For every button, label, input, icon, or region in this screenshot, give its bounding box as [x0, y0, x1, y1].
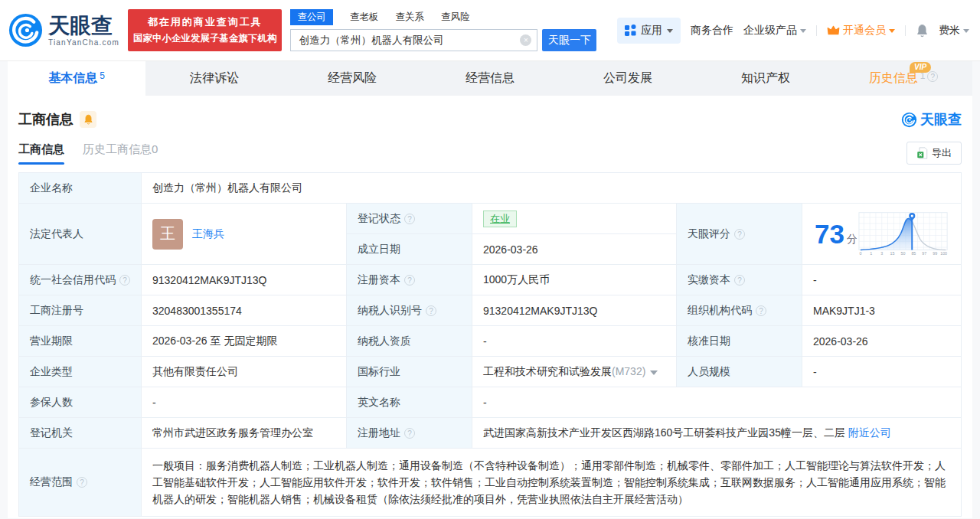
watermark-label: 天眼查	[920, 110, 962, 129]
chevron-down-icon	[800, 29, 806, 33]
promo-banner: 都在用的商业查询工具 国家中小企业发展子基金旗下机构	[128, 9, 282, 51]
help-icon[interactable]: ?	[734, 229, 745, 240]
subtabs: 工商信息 历史工商信息0 导出	[18, 141, 962, 165]
tab-company-development[interactable]: 公司发展	[559, 61, 697, 96]
score-label: 天眼评分?	[677, 204, 802, 265]
user-name: 费米	[939, 24, 960, 38]
tab-intellectual-property[interactable]: 知识产权	[697, 61, 835, 96]
export-button[interactable]: 导出	[906, 142, 962, 165]
business-term-label: 营业期限	[19, 326, 142, 357]
paid-capital-value: -	[802, 265, 962, 295]
tianyancha-logo[interactable]: 天眼查 TianYanCha.com	[8, 12, 119, 48]
uscc-value: 91320412MAK9JTJ13Q	[142, 265, 347, 295]
notification-bell-icon[interactable]	[916, 24, 929, 38]
menu-open-vip[interactable]: 开通会员	[827, 24, 895, 38]
svg-text:99: 99	[933, 251, 937, 256]
reg-capital-value: 1000万人民币	[472, 265, 677, 295]
table-row: 参保人数 - 英文名称 -	[19, 387, 962, 418]
svg-text:0: 0	[859, 251, 861, 256]
help-icon[interactable]: ?	[119, 275, 130, 286]
reg-authority-label: 登记机关	[19, 418, 142, 449]
legal-rep-link[interactable]: 王海兵	[192, 227, 224, 241]
help-icon[interactable]: ?	[734, 275, 745, 286]
tab-operation-risk[interactable]: 经营风险	[283, 61, 421, 96]
score-cell: 73分	[802, 204, 962, 265]
excel-icon	[916, 147, 928, 159]
tab-label: 知识产权	[741, 70, 790, 86]
subtab-history-business-info[interactable]: 历史工商信息0	[83, 142, 158, 165]
search-input[interactable]	[290, 29, 537, 51]
apps-label: 应用	[641, 24, 662, 38]
tab-history-info[interactable]: VIP 历史信息 1 ?	[835, 61, 972, 96]
reg-status-label: 登记状态?	[347, 204, 472, 234]
divider	[905, 25, 906, 36]
tianyancha-watermark: 天眼查	[901, 110, 962, 129]
search-tabs: 查公司 查老板 查关系 查风险	[290, 9, 596, 25]
apps-button[interactable]: 应用	[617, 18, 681, 44]
enterprise-label: 企业级产品	[743, 24, 797, 38]
search-tab-company[interactable]: 查公司	[290, 9, 333, 25]
table-row: 登记机关 常州市武进区政务服务管理办公室 注册地址? 武进国家高新技术产业开发区…	[19, 418, 962, 449]
subscribe-bell-icon[interactable]	[80, 111, 96, 128]
help-icon[interactable]: ?	[404, 428, 415, 439]
help-icon[interactable]: ?	[927, 71, 938, 82]
export-label: 导出	[932, 146, 952, 160]
tab-operation-info[interactable]: 经营信息	[421, 61, 559, 96]
top-header: 天眼查 TianYanCha.com 都在用的商业查询工具 国家中小企业发展子基…	[0, 0, 980, 61]
tab-basic-info[interactable]: 基本信息5	[8, 61, 145, 96]
tab-label: 经营信息	[466, 70, 514, 86]
org-code-label: 组织机构代码?	[677, 295, 802, 326]
approval-date-label: 核准日期	[677, 326, 802, 357]
subtab-business-info[interactable]: 工商信息	[18, 142, 64, 165]
company-type-value: 其他有限责任公司	[142, 357, 347, 387]
divider	[816, 25, 817, 36]
table-row: 法定代表人 王 王海兵 登记状态? 在业 天眼评分? 73分	[19, 204, 962, 234]
tab-label: 经营风险	[328, 70, 377, 86]
top-menu: 应用 商务合作 企业级产品 开通会员 费米	[617, 18, 969, 44]
svg-text:50: 50	[900, 251, 905, 256]
open-vip-label: 开通会员	[843, 24, 886, 38]
staff-size-value: -	[802, 357, 962, 387]
avatar[interactable]: 王	[152, 219, 183, 250]
business-term-value: 2026-03-26 至 无固定期限	[142, 326, 347, 357]
help-icon[interactable]: ?	[77, 477, 87, 488]
menu-business-cooperation[interactable]: 商务合作	[691, 24, 733, 38]
english-name-label: 英文名称	[347, 387, 472, 418]
taxpayer-id-label: 纳税人识别号?	[347, 295, 472, 326]
menu-user[interactable]: 费米	[939, 24, 969, 38]
help-icon[interactable]: ?	[756, 305, 766, 316]
status-badge[interactable]: 在业	[483, 211, 517, 227]
svg-text:100: 100	[940, 251, 947, 256]
table-row: 营业期限 2026-03-26 至 无固定期限 纳税人资质 - 核准日期 202…	[19, 326, 962, 357]
tab-label: 公司发展	[603, 70, 652, 86]
address-label: 注册地址?	[347, 418, 472, 449]
svg-text:1: 1	[870, 251, 872, 256]
staff-size-label: 人员规模	[677, 357, 802, 387]
help-icon[interactable]: ?	[426, 305, 436, 316]
uscc-label: 统一社会信用代码?	[19, 265, 142, 295]
table-row: 企业名称 创造力（常州）机器人有限公司	[19, 173, 962, 204]
search-tab-relation[interactable]: 查关系	[395, 9, 424, 25]
help-icon[interactable]: ?	[404, 275, 415, 286]
address-value: 武进国家高新技术产业开发区西湖路160号工研荟科技产业园35幢一层、二层 附近公…	[472, 418, 962, 449]
chevron-down-icon[interactable]	[650, 370, 658, 375]
tab-label: 历史信息	[869, 70, 918, 86]
search-button[interactable]: 天眼一下	[542, 29, 596, 51]
reg-authority-value: 常州市武进区政务服务管理办公室	[142, 418, 347, 449]
search-tab-risk[interactable]: 查风险	[441, 9, 470, 25]
tab-legal-proceedings[interactable]: 法律诉讼	[145, 61, 283, 96]
logo-domain: TianYanCha.com	[48, 38, 119, 47]
search-tab-boss[interactable]: 查老板	[350, 9, 379, 25]
svg-text:3: 3	[880, 251, 883, 256]
help-icon[interactable]: ?	[404, 214, 415, 224]
chevron-down-icon	[889, 29, 895, 33]
reg-number-label: 工商注册号	[19, 295, 142, 326]
insured-label: 参保人数	[19, 387, 142, 418]
nearby-companies-link[interactable]: 附近公司	[848, 426, 891, 439]
table-row: 工商注册号 320483001355174 纳税人识别号? 91320412MA…	[19, 295, 962, 326]
menu-enterprise-products[interactable]: 企业级产品	[743, 24, 806, 38]
company-type-label: 企业类型	[19, 357, 142, 387]
legal-rep-cell: 王 王海兵	[142, 204, 347, 265]
establish-date-label: 成立日期	[347, 234, 472, 265]
reg-status-value: 在业	[472, 204, 677, 234]
